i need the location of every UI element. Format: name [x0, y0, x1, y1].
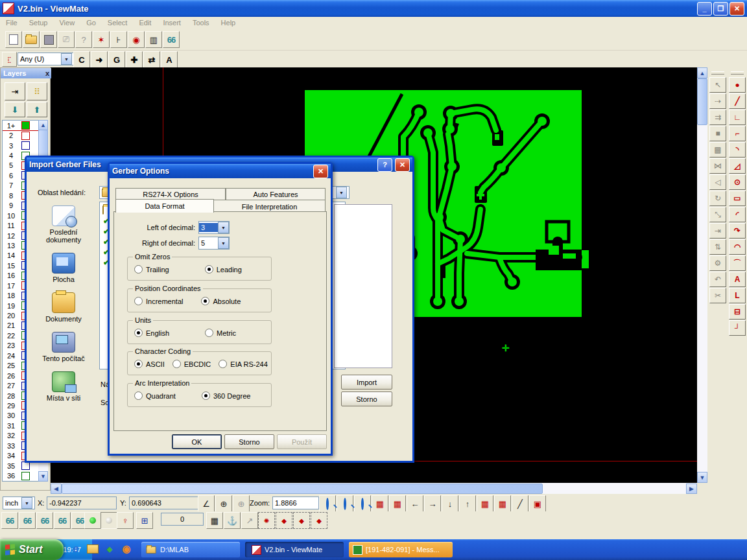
internet-explorer-icon[interactable]: e — [70, 543, 82, 555]
layer-color-chip[interactable] — [21, 141, 30, 150]
radio-option[interactable]: Quadrant — [134, 391, 176, 400]
radio-icon[interactable] — [134, 329, 143, 337]
layer-row[interactable]: 3 — [3, 141, 39, 150]
layer-number[interactable]: 27 — [3, 382, 19, 390]
status-button[interactable]: ✺ — [258, 512, 275, 529]
layer-row[interactable]: 36 — [3, 471, 39, 480]
firefox-icon[interactable]: ◉ — [121, 543, 132, 555]
place-item[interactable]: Místa v síti — [32, 366, 95, 406]
layer-number[interactable]: 25 — [3, 362, 19, 369]
layer-number[interactable]: 6 — [3, 172, 19, 180]
toolbar-button[interactable]: ⊦ — [110, 31, 127, 48]
tab-data-format[interactable]: Data Format — [115, 199, 214, 213]
radio-icon[interactable] — [134, 360, 143, 368]
tool-button[interactable]: ⌒ — [729, 255, 746, 271]
layer-number[interactable]: 20 — [3, 312, 19, 320]
radio-option[interactable]: English — [134, 329, 169, 337]
close-button[interactable]: ✕ — [729, 2, 744, 16]
left-of-decimal-combo[interactable]: 3 ▼ — [198, 221, 230, 234]
chevron-down-icon[interactable]: ▼ — [61, 53, 72, 65]
layer-export-button[interactable]: ⇥ — [5, 82, 25, 100]
place-item[interactable]: Tento počítač — [32, 327, 95, 366]
layer-number[interactable]: 16 — [3, 272, 19, 279]
toolbar-button[interactable] — [5, 31, 22, 48]
status-button[interactable]: 66 — [19, 512, 36, 529]
toolbar-button[interactable]: ? — [75, 31, 92, 48]
chevron-down-icon[interactable]: ▼ — [336, 187, 347, 198]
hscroll-thumb[interactable] — [62, 484, 543, 494]
status-button[interactable]: ▦ — [372, 495, 388, 512]
toolbar-button[interactable]: 66 — [163, 31, 180, 48]
menu-item[interactable]: Setup — [23, 18, 54, 28]
toolbox-grip[interactable] — [711, 71, 724, 75]
toolbar-button[interactable]: ◉ — [128, 31, 145, 48]
layer-number[interactable]: 8 — [3, 192, 19, 200]
aperture-button[interactable]: ⇄ — [143, 51, 160, 68]
layer-number[interactable]: 36 — [3, 472, 19, 480]
cancel-button[interactable]: Storno — [341, 391, 392, 406]
canvas-hscrollbar[interactable]: ◀ ▶ — [51, 483, 697, 494]
tool-button[interactable]: ⋈ — [709, 158, 726, 174]
menu-item[interactable]: Edit — [133, 18, 157, 28]
place-item[interactable]: Plocha — [32, 248, 95, 287]
tool-button[interactable]: ◠ — [729, 239, 746, 255]
explorer-folder-icon[interactable] — [87, 544, 99, 554]
layer-color-chip[interactable] — [21, 132, 30, 140]
close-icon[interactable]: ✕ — [395, 158, 410, 172]
status-button[interactable]: ╱ — [512, 495, 528, 512]
layer-number[interactable]: 10 — [3, 212, 19, 220]
aperture-button[interactable]: A — [161, 51, 178, 68]
tool-button[interactable]: ⇢ — [709, 93, 726, 109]
layer-number[interactable]: 34 — [3, 452, 19, 460]
tool-button[interactable]: A — [729, 272, 746, 287]
layer-number[interactable]: 19 — [3, 302, 19, 310]
status-button[interactable]: ▦ — [389, 495, 406, 512]
layer-number[interactable]: 32 — [3, 432, 19, 439]
radio-icon[interactable] — [134, 297, 143, 305]
start-button[interactable]: Start — [0, 539, 64, 560]
layer-number[interactable]: 26 — [3, 372, 19, 380]
taskbar-item[interactable]: D:\MLAB — [141, 542, 240, 557]
vscroll-thumb[interactable] — [697, 78, 707, 125]
ok-button[interactable]: OK — [172, 434, 222, 449]
help-icon[interactable]: ? — [377, 158, 392, 172]
tool-button[interactable]: ⊟ — [729, 304, 746, 320]
restore-button[interactable]: ❐ — [713, 2, 728, 16]
menu-item[interactable]: Select — [102, 18, 134, 28]
status-button[interactable]: ⊕ — [233, 495, 250, 512]
menu-item[interactable]: Insert — [157, 18, 187, 28]
cancel-button[interactable]: Storno — [224, 434, 274, 449]
status-button[interactable]: ▦ — [206, 512, 223, 529]
menu-item[interactable]: View — [53, 18, 80, 28]
unit-selector[interactable]: inch▼ — [3, 496, 35, 509]
status-button[interactable] — [319, 495, 336, 512]
radio-icon[interactable] — [134, 391, 143, 400]
layer-color-chip[interactable] — [21, 121, 30, 130]
tab-file-interpretation[interactable]: File Interpretation — [213, 200, 326, 213]
status-button[interactable]: ↑ — [459, 495, 476, 512]
minimize-button[interactable]: _ — [697, 2, 712, 16]
tool-button[interactable]: ┘ — [729, 320, 746, 336]
layer-number[interactable]: 4 — [3, 152, 19, 159]
tool-button[interactable]: ↶ — [709, 272, 726, 287]
right-of-decimal-combo[interactable]: 5 ▼ — [198, 237, 230, 250]
tool-button[interactable]: ◁ — [709, 174, 726, 190]
radio-option[interactable]: Absolute — [201, 297, 241, 305]
tool-button[interactable]: ↖ — [709, 77, 726, 93]
chevron-down-icon[interactable]: ▼ — [218, 222, 229, 233]
tool-button[interactable]: ⇅ — [709, 239, 726, 255]
radio-option[interactable]: Metric — [205, 329, 236, 337]
radio-option[interactable]: ASCII — [134, 360, 165, 368]
layer-number[interactable]: 31 — [3, 422, 19, 430]
highlight-off-icon[interactable] — [101, 512, 117, 529]
status-button[interactable]: ▣ — [529, 495, 546, 512]
layer-number[interactable]: 13 — [3, 242, 19, 250]
import-button[interactable]: Import — [341, 375, 392, 390]
close-icon[interactable]: x — [45, 69, 49, 77]
tool-button[interactable]: ⌐ — [729, 126, 746, 141]
status-button[interactable] — [354, 495, 371, 512]
tile-windows-icon[interactable]: ⊞ — [136, 512, 153, 529]
status-button[interactable]: ↓ — [442, 495, 458, 512]
toolbar-button[interactable]: ⎚ — [58, 31, 75, 48]
scroll-up-icon[interactable]: ▲ — [697, 67, 707, 78]
